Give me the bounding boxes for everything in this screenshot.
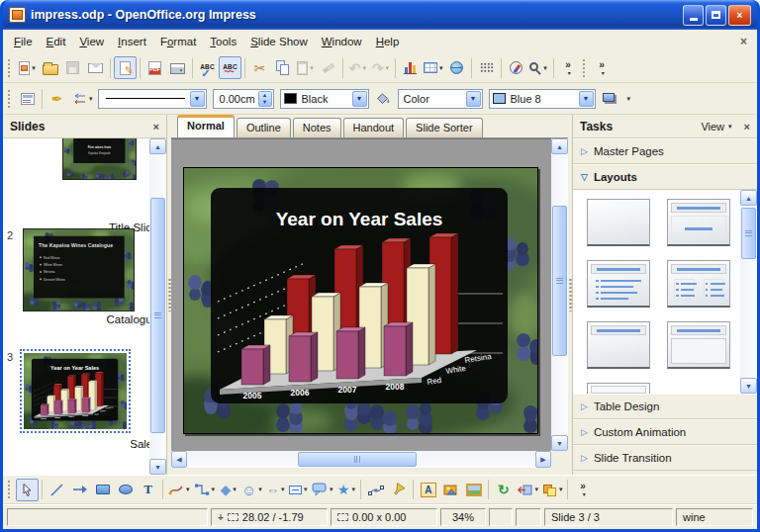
menu-edit[interactable]: Edit — [40, 33, 73, 50]
close-button[interactable]: × — [728, 5, 751, 26]
line-button[interactable] — [46, 479, 68, 501]
curve-button[interactable]: ▾ — [166, 479, 192, 501]
spellcheck-button[interactable]: ABC✓ — [196, 56, 219, 79]
tab-slide-sorter[interactable]: Slide Sorter — [406, 118, 482, 137]
scrollbar-thumb[interactable] — [741, 208, 756, 259]
toolbar-grip[interactable] — [582, 58, 587, 78]
workspace-vertical-scrollbar[interactable]: ▲ ▼ — [551, 138, 568, 451]
scroll-left-icon[interactable]: ◀ — [171, 451, 187, 468]
chevron-down-icon[interactable]: ▾ — [728, 123, 732, 131]
object-size-field[interactable]: 0.00 x 0.00 — [331, 508, 437, 526]
menu-view[interactable]: View — [72, 33, 111, 50]
toolbar-grip[interactable] — [7, 89, 12, 109]
toolbar-more-button[interactable]: »▾ — [557, 56, 580, 79]
arrow-button[interactable] — [68, 479, 91, 501]
area-style-button[interactable] — [372, 87, 395, 110]
menu-insert[interactable]: Insert — [111, 33, 153, 50]
scroll-up-icon[interactable]: ▲ — [149, 138, 166, 154]
zoom-button[interactable]: ▾ — [527, 56, 550, 79]
slide-workspace[interactable]: Year on Year Sales2005200620072008RedWhi… — [171, 138, 551, 451]
layout-title-box[interactable] — [667, 321, 730, 369]
tab-notes[interactable]: Notes — [293, 118, 341, 137]
block-arrows-button[interactable]: ⇔▾ — [264, 479, 287, 501]
arrange-button[interactable]: ▾ — [540, 479, 565, 501]
scrollbar-thumb[interactable] — [150, 198, 165, 433]
alignment-button[interactable]: ▾ — [515, 479, 540, 501]
layout-title-content[interactable] — [587, 260, 650, 308]
slide-thumbnail-3-selected[interactable]: Year on Year Sales2005200620072008RedWhi… — [20, 349, 131, 433]
tab-outline[interactable]: Outline — [237, 118, 291, 137]
slide-thumbnail-1[interactable]: Fine wines fromKapaloa Vineyards — [62, 138, 137, 180]
rectangle-button[interactable] — [91, 479, 114, 501]
from-file-button[interactable] — [439, 479, 462, 501]
edit-file-button[interactable]: ✎ — [114, 56, 137, 79]
navigator-button[interactable] — [505, 56, 527, 79]
layout-title-center[interactable] — [667, 199, 730, 246]
layout-title-2content[interactable] — [667, 260, 730, 308]
maximize-button[interactable] — [706, 5, 726, 26]
slides-panel-close-icon[interactable]: × — [153, 121, 159, 133]
title-bar[interactable]: impress.odp - OpenOffice.org Impress × — [3, 0, 757, 30]
select-button[interactable] — [16, 479, 39, 501]
scroll-up-icon[interactable]: ▲ — [551, 138, 568, 154]
layout-title-only[interactable] — [587, 321, 650, 369]
section-slide-transition[interactable]: ▷ Slide Transition — [573, 445, 757, 471]
flowchart-button[interactable]: ▾ — [287, 479, 310, 501]
line-style-select[interactable]: ▼ — [98, 89, 207, 109]
document-close-icon[interactable]: × — [740, 35, 747, 48]
tasks-panel-close-icon[interactable]: × — [744, 121, 750, 133]
basic-shapes-button[interactable]: ◆▾ — [217, 479, 239, 501]
cursor-position-field[interactable]: + 28.02 / -1.79 — [211, 508, 328, 526]
minimize-button[interactable] — [683, 5, 704, 26]
auto-spellcheck-button[interactable]: ABC~~ — [219, 56, 241, 79]
fontwork-button[interactable]: A — [417, 479, 439, 501]
tab-handout[interactable]: Handout — [343, 118, 405, 137]
symbol-shapes-button[interactable]: ☺▾ — [239, 479, 264, 501]
stars-button[interactable]: ★▾ — [334, 479, 357, 501]
menu-tools[interactable]: Tools — [203, 33, 243, 50]
line-button[interactable]: ✒ — [46, 87, 68, 110]
scrollbar-thumb[interactable] — [298, 452, 417, 467]
scrollbar-track[interactable] — [187, 451, 535, 468]
toolbar-grip[interactable] — [7, 58, 12, 78]
scroll-down-icon[interactable]: ▼ — [740, 378, 757, 394]
slides-scrollbar[interactable]: ▲ ▼ — [149, 138, 166, 475]
menu-slide-show[interactable]: Slide Show — [243, 33, 315, 50]
presentation-toolbar-more-button[interactable]: »▾ — [591, 56, 614, 79]
scroll-down-icon[interactable]: ▼ — [149, 459, 166, 475]
gallery-button[interactable] — [462, 479, 485, 501]
scrollbar-track[interactable] — [149, 154, 166, 459]
menu-help[interactable]: Help — [369, 33, 407, 50]
hyperlink-button[interactable] — [445, 56, 468, 79]
layout-blank[interactable] — [587, 199, 650, 246]
shadow-button[interactable] — [599, 87, 621, 110]
menu-window[interactable]: Window — [315, 33, 369, 50]
table-button[interactable]: ▾ — [422, 56, 445, 79]
new-button[interactable]: ▾ — [16, 56, 39, 79]
fill-color-select[interactable]: Blue 8 ▼ — [489, 89, 596, 109]
rotate-button[interactable]: ↻ — [492, 479, 515, 501]
template-field[interactable]: wine — [676, 508, 753, 526]
section-master-pages[interactable]: ▷ Master Pages — [573, 138, 757, 164]
export-pdf-button[interactable]: PDF — [143, 56, 166, 79]
display-grid-button[interactable] — [475, 56, 498, 79]
section-layouts[interactable]: ▽ Layouts — [573, 164, 757, 190]
toolbar-grip[interactable] — [7, 480, 12, 499]
scrollbar-track[interactable] — [551, 154, 568, 435]
layouts-scrollbar[interactable]: ▲ ▼ — [740, 190, 757, 394]
styles-formatting-button[interactable] — [16, 87, 39, 110]
slide-thumbnail-2[interactable]: The Kapaloa Wines CatalogueRed WinesWhit… — [23, 228, 135, 311]
section-table-design[interactable]: ▷ Table Design — [573, 394, 757, 419]
menu-file[interactable]: File — [7, 33, 40, 50]
print-button[interactable] — [166, 56, 189, 79]
scrollbar-track[interactable] — [740, 206, 757, 378]
drawing-more-button[interactable]: »▾ — [571, 479, 594, 501]
tasks-view-menu[interactable]: View — [701, 121, 724, 133]
line-width-spinner[interactable]: 0.00cm ▲▼ — [213, 89, 274, 109]
line-color-select[interactable]: Black ▼ — [280, 89, 369, 109]
email-button[interactable] — [84, 56, 107, 79]
callouts-button[interactable]: ▾ — [310, 479, 335, 501]
connector-button[interactable]: ▾ — [192, 479, 218, 501]
edit-points-button[interactable] — [364, 479, 387, 501]
text-button[interactable]: T — [137, 479, 159, 501]
